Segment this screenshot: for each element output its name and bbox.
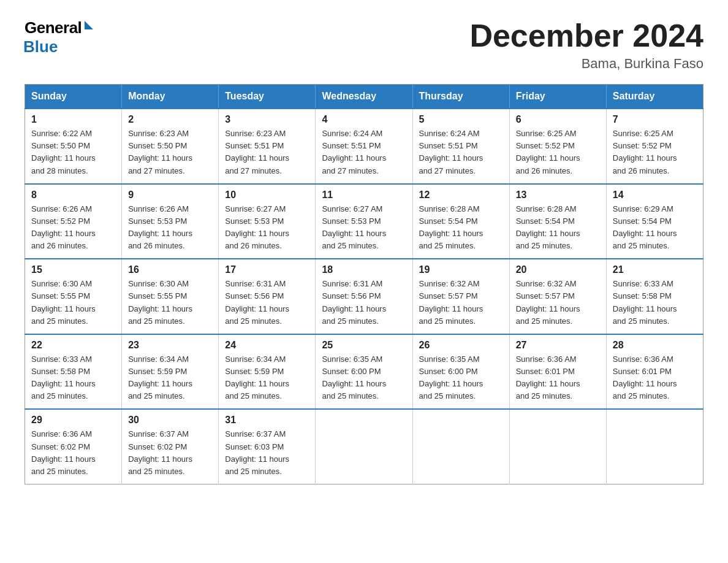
calendar-row-3: 15Sunrise: 6:30 AMSunset: 5:55 PMDayligh… xyxy=(25,259,703,334)
day-info: Sunrise: 6:22 AMSunset: 5:50 PMDaylight:… xyxy=(31,128,115,177)
calendar-cell: 8Sunrise: 6:26 AMSunset: 5:52 PMDaylight… xyxy=(25,184,122,259)
day-info: Sunrise: 6:27 AMSunset: 5:53 PMDaylight:… xyxy=(225,203,309,253)
day-number: 11 xyxy=(322,190,406,201)
day-number: 4 xyxy=(322,114,406,125)
calendar-cell: 31Sunrise: 6:37 AMSunset: 6:03 PMDayligh… xyxy=(219,409,316,484)
day-info: Sunrise: 6:32 AMSunset: 5:57 PMDaylight:… xyxy=(419,278,503,327)
day-info: Sunrise: 6:27 AMSunset: 5:53 PMDaylight:… xyxy=(322,203,406,253)
calendar-cell: 2Sunrise: 6:23 AMSunset: 5:50 PMDaylight… xyxy=(122,109,219,184)
day-info: Sunrise: 6:28 AMSunset: 5:54 PMDaylight:… xyxy=(516,203,600,253)
calendar-cell: 15Sunrise: 6:30 AMSunset: 5:55 PMDayligh… xyxy=(25,259,122,334)
day-number: 23 xyxy=(128,340,212,351)
day-info: Sunrise: 6:24 AMSunset: 5:51 PMDaylight:… xyxy=(419,128,503,177)
day-number: 24 xyxy=(225,340,309,351)
header-tuesday: Tuesday xyxy=(219,85,316,109)
calendar-cell: 23Sunrise: 6:34 AMSunset: 5:59 PMDayligh… xyxy=(122,334,219,410)
calendar-cell: 11Sunrise: 6:27 AMSunset: 5:53 PMDayligh… xyxy=(316,184,412,259)
calendar-cell: 17Sunrise: 6:31 AMSunset: 5:56 PMDayligh… xyxy=(219,259,316,334)
calendar-cell: 22Sunrise: 6:33 AMSunset: 5:58 PMDayligh… xyxy=(25,334,122,410)
day-info: Sunrise: 6:34 AMSunset: 5:59 PMDaylight:… xyxy=(225,353,309,403)
day-number: 10 xyxy=(225,190,309,201)
calendar-cell: 18Sunrise: 6:31 AMSunset: 5:56 PMDayligh… xyxy=(316,259,412,334)
day-number: 2 xyxy=(128,114,212,125)
day-info: Sunrise: 6:36 AMSunset: 6:01 PMDaylight:… xyxy=(516,353,600,403)
calendar-cell: 16Sunrise: 6:30 AMSunset: 5:55 PMDayligh… xyxy=(122,259,219,334)
day-info: Sunrise: 6:29 AMSunset: 5:54 PMDaylight:… xyxy=(613,203,697,253)
calendar-cell: 9Sunrise: 6:26 AMSunset: 5:53 PMDaylight… xyxy=(122,184,219,259)
day-info: Sunrise: 6:26 AMSunset: 5:53 PMDaylight:… xyxy=(128,203,212,253)
calendar-row-5: 29Sunrise: 6:36 AMSunset: 6:02 PMDayligh… xyxy=(25,409,703,484)
day-number: 27 xyxy=(516,340,600,351)
header-monday: Monday xyxy=(122,85,219,109)
day-info: Sunrise: 6:25 AMSunset: 5:52 PMDaylight:… xyxy=(613,128,697,177)
day-info: Sunrise: 6:34 AMSunset: 5:59 PMDaylight:… xyxy=(128,353,212,403)
day-number: 25 xyxy=(322,340,406,351)
header-friday: Friday xyxy=(509,85,606,109)
header-thursday: Thursday xyxy=(412,85,509,109)
calendar-table: SundayMondayTuesdayWednesdayThursdayFrid… xyxy=(25,84,703,484)
day-number: 21 xyxy=(613,264,697,275)
header-saturday: Saturday xyxy=(606,85,703,109)
day-number: 22 xyxy=(31,340,115,351)
day-number: 3 xyxy=(225,114,309,125)
calendar-row-1: 1Sunrise: 6:22 AMSunset: 5:50 PMDaylight… xyxy=(25,109,703,184)
day-number: 13 xyxy=(516,190,600,201)
calendar-cell xyxy=(606,409,703,484)
day-number: 1 xyxy=(31,114,115,125)
calendar-cell xyxy=(412,409,509,484)
calendar-cell: 20Sunrise: 6:32 AMSunset: 5:57 PMDayligh… xyxy=(509,259,606,334)
day-number: 30 xyxy=(128,415,212,426)
day-info: Sunrise: 6:32 AMSunset: 5:57 PMDaylight:… xyxy=(516,278,600,327)
day-info: Sunrise: 6:35 AMSunset: 6:00 PMDaylight:… xyxy=(419,353,503,403)
calendar-cell: 24Sunrise: 6:34 AMSunset: 5:59 PMDayligh… xyxy=(219,334,316,410)
day-number: 28 xyxy=(613,340,697,351)
header-row: SundayMondayTuesdayWednesdayThursdayFrid… xyxy=(25,85,703,109)
calendar-cell: 13Sunrise: 6:28 AMSunset: 5:54 PMDayligh… xyxy=(509,184,606,259)
header-sunday: Sunday xyxy=(25,85,122,109)
title-block: December 2024 Bama, Burkina Faso xyxy=(469,18,703,72)
calendar-cell: 14Sunrise: 6:29 AMSunset: 5:54 PMDayligh… xyxy=(606,184,703,259)
calendar-cell: 25Sunrise: 6:35 AMSunset: 6:00 PMDayligh… xyxy=(316,334,412,410)
calendar-cell: 28Sunrise: 6:36 AMSunset: 6:01 PMDayligh… xyxy=(606,334,703,410)
calendar-row-4: 22Sunrise: 6:33 AMSunset: 5:58 PMDayligh… xyxy=(25,334,703,410)
day-number: 19 xyxy=(419,264,503,275)
day-info: Sunrise: 6:23 AMSunset: 5:51 PMDaylight:… xyxy=(225,128,309,177)
day-info: Sunrise: 6:37 AMSunset: 6:02 PMDaylight:… xyxy=(128,428,212,478)
day-info: Sunrise: 6:30 AMSunset: 5:55 PMDaylight:… xyxy=(128,278,212,327)
day-number: 5 xyxy=(419,114,503,125)
calendar-cell: 7Sunrise: 6:25 AMSunset: 5:52 PMDaylight… xyxy=(606,109,703,184)
calendar-header: SundayMondayTuesdayWednesdayThursdayFrid… xyxy=(25,85,703,109)
calendar-cell: 21Sunrise: 6:33 AMSunset: 5:58 PMDayligh… xyxy=(606,259,703,334)
day-info: Sunrise: 6:36 AMSunset: 6:02 PMDaylight:… xyxy=(31,428,115,478)
logo-blue-text: Blue xyxy=(23,37,58,56)
day-info: Sunrise: 6:35 AMSunset: 6:00 PMDaylight:… xyxy=(322,353,406,403)
day-number: 9 xyxy=(128,190,212,201)
day-number: 17 xyxy=(225,264,309,275)
day-number: 6 xyxy=(516,114,600,125)
calendar-cell: 29Sunrise: 6:36 AMSunset: 6:02 PMDayligh… xyxy=(25,409,122,484)
calendar-cell: 19Sunrise: 6:32 AMSunset: 5:57 PMDayligh… xyxy=(412,259,509,334)
day-info: Sunrise: 6:31 AMSunset: 5:56 PMDaylight:… xyxy=(225,278,309,327)
day-number: 7 xyxy=(613,114,697,125)
calendar-cell: 10Sunrise: 6:27 AMSunset: 5:53 PMDayligh… xyxy=(219,184,316,259)
header-wednesday: Wednesday xyxy=(316,85,412,109)
day-number: 12 xyxy=(419,190,503,201)
day-number: 15 xyxy=(31,264,115,275)
day-info: Sunrise: 6:26 AMSunset: 5:52 PMDaylight:… xyxy=(31,203,115,253)
location: Bama, Burkina Faso xyxy=(469,56,703,72)
day-info: Sunrise: 6:37 AMSunset: 6:03 PMDaylight:… xyxy=(225,428,309,478)
calendar-cell: 1Sunrise: 6:22 AMSunset: 5:50 PMDaylight… xyxy=(25,109,122,184)
calendar-cell: 27Sunrise: 6:36 AMSunset: 6:01 PMDayligh… xyxy=(509,334,606,410)
month-title: December 2024 xyxy=(469,18,703,53)
day-info: Sunrise: 6:25 AMSunset: 5:52 PMDaylight:… xyxy=(516,128,600,177)
day-number: 31 xyxy=(225,415,309,426)
day-info: Sunrise: 6:31 AMSunset: 5:56 PMDaylight:… xyxy=(322,278,406,327)
day-info: Sunrise: 6:33 AMSunset: 5:58 PMDaylight:… xyxy=(31,353,115,403)
day-info: Sunrise: 6:28 AMSunset: 5:54 PMDaylight:… xyxy=(419,203,503,253)
day-info: Sunrise: 6:30 AMSunset: 5:55 PMDaylight:… xyxy=(31,278,115,327)
page-header: General Blue December 2024 Bama, Burkina… xyxy=(25,18,703,72)
day-info: Sunrise: 6:23 AMSunset: 5:50 PMDaylight:… xyxy=(128,128,212,177)
day-number: 16 xyxy=(128,264,212,275)
calendar-row-2: 8Sunrise: 6:26 AMSunset: 5:52 PMDaylight… xyxy=(25,184,703,259)
calendar-cell: 30Sunrise: 6:37 AMSunset: 6:02 PMDayligh… xyxy=(122,409,219,484)
